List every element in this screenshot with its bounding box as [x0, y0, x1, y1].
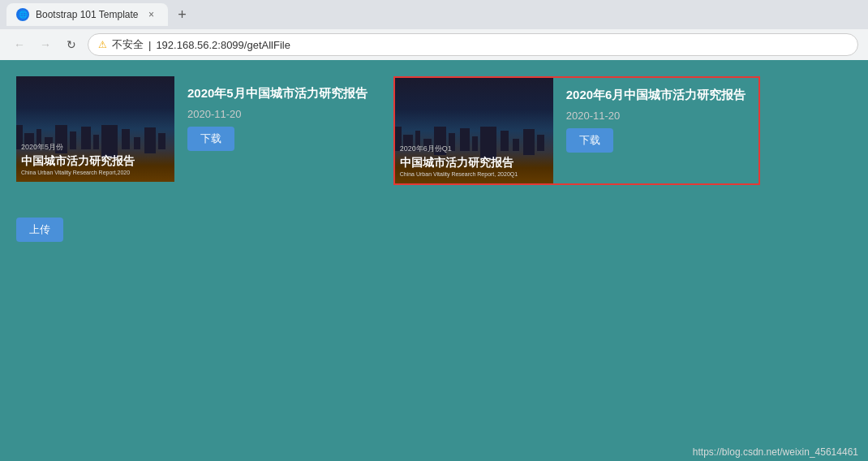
tab-favicon: 🌐	[16, 8, 29, 21]
card-2-year: 2020年6月份Q1	[400, 144, 548, 154]
card-2-download-button[interactable]: 下载	[566, 128, 613, 153]
card-2-sub-title: China Urban Vitality Research Report, 20…	[400, 171, 548, 177]
tab-title: Bootstrap 101 Template	[36, 9, 139, 20]
tab-close-button[interactable]: ×	[145, 8, 158, 21]
reload-button[interactable]: ↻	[62, 35, 81, 54]
card-2-image: 2020年6月份Q1 中国城市活力研究报告 China Urban Vitali…	[395, 78, 553, 183]
browser-chrome: 🌐 Bootstrap 101 Template × + ← → ↻ ⚠ 不安全…	[0, 0, 868, 60]
card-1-year: 2020年5月份	[21, 142, 170, 153]
card-1: 2020年5月份 中国城市活力研究报告 China Urban Vitality…	[16, 76, 380, 182]
tab-bar: 🌐 Bootstrap 101 Template × +	[0, 0, 868, 29]
card-1-image: 2020年5月份 中国城市活力研究报告 China Urban Vitality…	[16, 76, 174, 182]
card-1-info: 2020年5月中国城市活力研究报告 2020-11-20 下载	[174, 76, 380, 159]
card-2-info-title: 2020年6月中国城市活力研究报告	[566, 86, 746, 103]
status-bar: https://blog.csdn.net/weixin_45614461	[683, 443, 868, 461]
card-2-main-title: 中国城市活力研究报告	[400, 156, 548, 170]
security-warning-icon: ⚠	[98, 39, 107, 50]
card-2-overlay: 2020年6月份Q1 中国城市活力研究报告 China Urban Vitali…	[400, 144, 548, 177]
card-1-sub-title: China Urban Vitality Research Report,202…	[21, 170, 170, 175]
card-1-date: 2020-11-20	[187, 108, 367, 120]
url-text: 192.168.56.2:8099/getAllFile	[156, 39, 290, 51]
card-2-info: 2020年6月中国城市活力研究报告 2020-11-20 下载	[553, 78, 759, 161]
cards-wrapper: 2020年5月份 中国城市活力研究报告 China Urban Vitality…	[16, 76, 852, 185]
upload-section: 上传	[16, 201, 852, 242]
upload-button[interactable]: 上传	[16, 218, 63, 242]
new-tab-button[interactable]: +	[171, 3, 194, 26]
url-separator: |	[148, 39, 151, 51]
card-1-download-button[interactable]: 下载	[187, 127, 234, 151]
card-1-main-title: 中国城市活力研究报告	[21, 154, 170, 168]
back-button[interactable]: ←	[10, 35, 29, 54]
security-warning-text: 不安全	[112, 37, 144, 52]
main-content: 2020年5月份 中国城市活力研究报告 China Urban Vitality…	[0, 60, 868, 461]
card-1-info-title: 2020年5月中国城市活力研究报告	[187, 84, 367, 101]
forward-button[interactable]: →	[36, 35, 55, 54]
status-url: https://blog.csdn.net/weixin_45614461	[693, 446, 858, 458]
url-bar[interactable]: ⚠ 不安全 | 192.168.56.2:8099/getAllFile	[88, 33, 858, 56]
card-2-selected-wrapper: 2020年6月份Q1 中国城市活力研究报告 China Urban Vitali…	[393, 76, 761, 185]
card-1-overlay: 2020年5月份 中国城市活力研究报告 China Urban Vitality…	[21, 142, 170, 175]
card-2-date: 2020-11-20	[566, 110, 746, 122]
address-bar: ← → ↻ ⚠ 不安全 | 192.168.56.2:8099/getAllFi…	[0, 29, 868, 60]
active-tab[interactable]: 🌐 Bootstrap 101 Template ×	[6, 3, 168, 26]
